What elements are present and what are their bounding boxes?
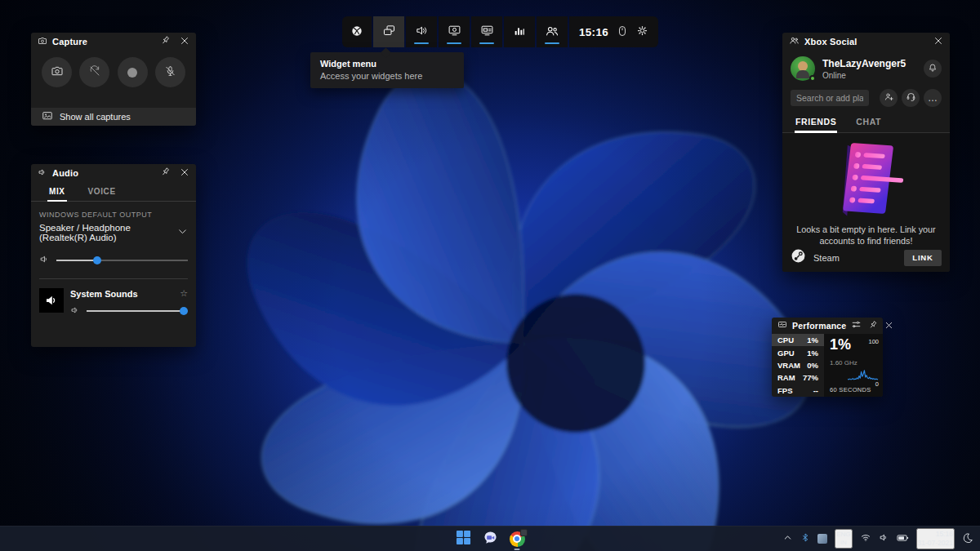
gamebar-settings-button[interactable] [636, 24, 648, 39]
performance-pin-button[interactable] [868, 320, 878, 332]
volume-tray-button[interactable] [879, 532, 889, 545]
performance-monitor-icon [777, 318, 787, 333]
profile-row: TheLazyAvenger5 Online [782, 51, 950, 84]
tray-time: 15:16 [918, 530, 953, 539]
slider-thumb[interactable] [93, 256, 101, 264]
avatar [791, 56, 815, 81]
screenshot-button[interactable] [42, 57, 72, 87]
slider-track [56, 260, 188, 261]
bell-icon [928, 63, 938, 75]
battery-tray-button[interactable] [897, 533, 909, 545]
ellipsis-icon: … [928, 93, 938, 103]
account-name: Steam [813, 253, 840, 263]
system-sounds-row: System Sounds ☆ [39, 288, 188, 318]
performance-widget-toggle[interactable] [504, 16, 535, 47]
social-close-button[interactable] [933, 36, 943, 48]
audio-widget-toggle[interactable] [406, 16, 437, 47]
chrome-button[interactable] [506, 528, 528, 549]
chevron-up-icon [782, 532, 793, 545]
pointer-mode-button[interactable] [617, 24, 627, 40]
language-code: ENG [836, 531, 850, 539]
resources-widget-toggle[interactable] [471, 16, 502, 47]
focus-assist-button[interactable] [962, 532, 973, 546]
gamebar-clock-segment: 15:16 [569, 16, 658, 47]
mouse-icon [617, 24, 627, 40]
taskbar: ENG IN 15:16 31-07-2021 [0, 526, 980, 551]
cpu-sparkline [848, 367, 879, 381]
output-volume-slider[interactable] [56, 256, 188, 264]
mic-toggle-button[interactable] [155, 57, 185, 87]
language-indicator[interactable]: ENG IN [835, 529, 852, 549]
audio-divider [39, 278, 188, 279]
party-chat-button[interactable] [902, 89, 920, 107]
xbox-social-widget: Xbox Social TheLazyAvenger5 Online [782, 33, 950, 272]
search-row: … [782, 84, 950, 109]
performance-close-button[interactable] [884, 320, 893, 332]
camera-icon [51, 64, 64, 80]
audio-pin-button[interactable] [160, 167, 171, 180]
metric-row-gpu[interactable]: GPU 1% [772, 346, 824, 358]
x-axis-label: 60 SECONDS [830, 386, 871, 393]
capture-pin-button[interactable] [160, 35, 171, 48]
tray-overflow-button[interactable] [782, 532, 793, 545]
output-device-dropdown[interactable]: Speaker / Headphone (Realtek(R) Audio) [39, 223, 188, 242]
record-last-30s-button[interactable] [79, 57, 109, 87]
taskbar-center [452, 528, 528, 549]
wifi-icon [860, 532, 871, 545]
search-input[interactable] [791, 90, 869, 106]
tab-friends[interactable]: FRIENDS [795, 117, 837, 132]
notifications-button[interactable] [924, 60, 942, 78]
close-icon [180, 167, 189, 180]
chrome-badge [520, 529, 528, 536]
link-account-button[interactable]: LINK [904, 250, 942, 266]
wifi-tray-button[interactable] [860, 532, 871, 545]
metric-row-ram[interactable]: RAM 77% [772, 371, 824, 384]
steam-link-row: Steam LINK [782, 247, 950, 272]
performance-options-button[interactable] [851, 319, 862, 332]
steam-icon [791, 248, 806, 267]
performance-titlebar: Performance [772, 318, 883, 334]
tab-voice[interactable]: VOICE [87, 182, 118, 201]
more-options-button[interactable]: … [924, 89, 942, 107]
metric-label: CPU [777, 335, 802, 344]
pin-icon [160, 35, 171, 48]
add-friend-button[interactable] [880, 89, 898, 107]
social-title: Xbox Social [804, 37, 858, 47]
battery-icon [897, 533, 909, 545]
friends-empty-state: Looks a bit empty in here. Link your acc… [782, 133, 950, 247]
metric-value: 77% [803, 373, 818, 382]
slider-thumb[interactable] [180, 307, 188, 315]
teams-chat-button[interactable] [479, 528, 501, 549]
audio-title: Audio [52, 168, 78, 178]
favorite-star-icon[interactable]: ☆ [180, 288, 188, 299]
start-recording-button[interactable] [118, 57, 148, 87]
metric-row-fps[interactable]: FPS -- [772, 384, 824, 397]
output-volume-row [39, 253, 188, 268]
xbox-home-button[interactable] [342, 16, 372, 47]
metric-row-cpu[interactable]: CPU 1% [772, 334, 824, 346]
gamebar-clock: 15:16 [579, 26, 608, 38]
gallery-icon [42, 110, 53, 123]
capture-close-button[interactable] [180, 36, 189, 48]
bluetooth-tray-button[interactable] [800, 532, 810, 545]
metric-row-vram[interactable]: VRAM 0% [772, 359, 824, 371]
sync-off-icon [88, 64, 101, 80]
metric-label: VRAM [777, 361, 802, 370]
close-icon [180, 36, 189, 48]
tab-chat[interactable]: CHAT [855, 117, 882, 132]
audio-close-button[interactable] [180, 167, 189, 180]
widget-menu-button[interactable] [373, 16, 404, 47]
taskbar-clock[interactable]: 15:16 31-07-2021 [916, 528, 955, 549]
metric-label: FPS [777, 386, 802, 395]
app-tray-button[interactable] [817, 534, 827, 544]
system-volume-slider[interactable] [87, 307, 188, 315]
capture-widget-toggle[interactable] [439, 16, 470, 47]
social-widget-toggle[interactable] [537, 16, 568, 47]
online-status-dot [809, 75, 816, 82]
speaker-icon [39, 253, 50, 268]
performance-title: Performance [792, 321, 846, 331]
tab-mix[interactable]: MIX [47, 182, 67, 201]
start-button[interactable] [452, 528, 474, 549]
show-all-captures-button[interactable]: Show all captures [31, 108, 196, 126]
monitor-window-icon [480, 24, 494, 40]
